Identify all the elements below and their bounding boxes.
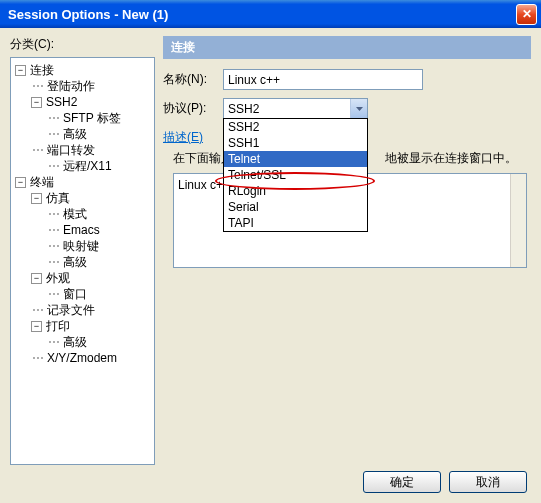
tree-item-label: 终端 <box>30 174 54 190</box>
tree-item-label: SFTP 标签 <box>63 110 121 126</box>
tree-item[interactable]: ⋯记录文件 <box>15 302 150 318</box>
tree-item-label: 记录文件 <box>47 302 95 318</box>
tree-item[interactable]: ⋯高级 <box>15 254 150 270</box>
tree-item[interactable]: −连接 <box>15 62 150 78</box>
description-label[interactable]: 描述(E) <box>163 129 203 146</box>
tree-item-label: 窗口 <box>63 286 87 302</box>
tree-item-label: 打印 <box>46 318 70 334</box>
tree-item-label: 外观 <box>46 270 70 286</box>
close-button[interactable]: ✕ <box>516 4 537 25</box>
tree-leaf-icon: ⋯ <box>47 222 61 238</box>
tree-toggle-icon[interactable]: − <box>31 193 42 204</box>
tree-toggle-icon[interactable]: − <box>15 177 26 188</box>
tree-item[interactable]: ⋯SFTP 标签 <box>15 110 150 126</box>
name-label: 名称(N): <box>163 71 223 88</box>
tree-item[interactable]: −仿真 <box>15 190 150 206</box>
close-icon: ✕ <box>522 7 532 21</box>
tree-leaf-icon: ⋯ <box>31 78 45 94</box>
tree-toggle-icon[interactable]: − <box>31 97 42 108</box>
tree-item[interactable]: −终端 <box>15 174 150 190</box>
protocol-option[interactable]: Telnet/SSL <box>224 167 367 183</box>
protocol-label: 协议(P): <box>163 100 223 117</box>
footer: 确定 取消 <box>0 465 541 499</box>
tree-item[interactable]: −SSH2 <box>15 94 150 110</box>
tree-leaf-icon: ⋯ <box>47 238 61 254</box>
protocol-dropdown-list[interactable]: SSH2SSH1TelnetTelnet/SSLRLoginSerialTAPI <box>223 118 368 232</box>
tree-item[interactable]: ⋯X/Y/Zmodem <box>15 350 150 366</box>
tree-item-label: X/Y/Zmodem <box>47 350 117 366</box>
content-area: 分类(C): −连接⋯登陆动作−SSH2⋯SFTP 标签⋯高级⋯端口转发⋯远程/… <box>0 28 541 465</box>
protocol-option[interactable]: SSH2 <box>224 119 367 135</box>
tree-leaf-icon: ⋯ <box>47 110 61 126</box>
tree-item-label: 映射键 <box>63 238 99 254</box>
category-tree[interactable]: −连接⋯登陆动作−SSH2⋯SFTP 标签⋯高级⋯端口转发⋯远程/X11−终端−… <box>10 57 155 465</box>
tree-toggle-icon[interactable]: − <box>31 321 42 332</box>
ok-button[interactable]: 确定 <box>363 471 441 493</box>
protocol-row: 协议(P): SSH2 SSH2SSH1TelnetTelnet/SSLRLog… <box>163 98 531 119</box>
tree-toggle-icon[interactable]: − <box>15 65 26 76</box>
tree-item[interactable]: ⋯映射键 <box>15 238 150 254</box>
tree-leaf-icon: ⋯ <box>31 302 45 318</box>
cancel-button[interactable]: 取消 <box>449 471 527 493</box>
svg-marker-0 <box>356 107 363 111</box>
tree-item-label: 连接 <box>30 62 54 78</box>
section-header: 连接 <box>163 36 531 59</box>
protocol-option[interactable]: RLogin <box>224 183 367 199</box>
titlebar: Session Options - New (1) ✕ <box>0 0 541 28</box>
category-label: 分类(C): <box>10 36 155 53</box>
tree-item-label: 登陆动作 <box>47 78 95 94</box>
tree-leaf-icon: ⋯ <box>47 334 61 350</box>
tree-item[interactable]: −外观 <box>15 270 150 286</box>
tree-leaf-icon: ⋯ <box>31 350 45 366</box>
tree-item[interactable]: ⋯端口转发 <box>15 142 150 158</box>
tree-item[interactable]: ⋯Emacs <box>15 222 150 238</box>
tree-item[interactable]: ⋯高级 <box>15 126 150 142</box>
tree-item-label: 仿真 <box>46 190 70 206</box>
protocol-combo[interactable]: SSH2 SSH2SSH1TelnetTelnet/SSLRLoginSeria… <box>223 98 368 119</box>
tree-leaf-icon: ⋯ <box>31 142 45 158</box>
protocol-option[interactable]: Telnet <box>224 151 367 167</box>
tree-leaf-icon: ⋯ <box>47 126 61 142</box>
tree-leaf-icon: ⋯ <box>47 286 61 302</box>
tree-item-label: 高级 <box>63 334 87 350</box>
tree-item[interactable]: ⋯高级 <box>15 334 150 350</box>
tree-item-label: 高级 <box>63 126 87 142</box>
tree-leaf-icon: ⋯ <box>47 254 61 270</box>
tree-item-label: 端口转发 <box>47 142 95 158</box>
name-input[interactable] <box>223 69 423 90</box>
tree-item[interactable]: −打印 <box>15 318 150 334</box>
tree-item[interactable]: ⋯窗口 <box>15 286 150 302</box>
sidebar: 分类(C): −连接⋯登陆动作−SSH2⋯SFTP 标签⋯高级⋯端口转发⋯远程/… <box>10 36 155 465</box>
dropdown-arrow-icon[interactable] <box>350 99 367 118</box>
tree-item[interactable]: ⋯远程/X11 <box>15 158 150 174</box>
tree-item-label: Emacs <box>63 222 100 238</box>
name-row: 名称(N): <box>163 69 531 90</box>
textarea-scrollbar[interactable] <box>510 174 526 267</box>
main-panel: 连接 名称(N): 协议(P): SSH2 SSH2SSH1TelnetTeln… <box>163 36 531 465</box>
tree-item-label: 高级 <box>63 254 87 270</box>
tree-item-label: 远程/X11 <box>63 158 112 174</box>
protocol-selected: SSH2 <box>224 102 350 116</box>
tree-item-label: 模式 <box>63 206 87 222</box>
protocol-option[interactable]: TAPI <box>224 215 367 231</box>
tree-item[interactable]: ⋯登陆动作 <box>15 78 150 94</box>
tree-item[interactable]: ⋯模式 <box>15 206 150 222</box>
protocol-display[interactable]: SSH2 <box>223 98 368 119</box>
tree-toggle-icon[interactable]: − <box>31 273 42 284</box>
window-title: Session Options - New (1) <box>8 7 516 22</box>
tree-leaf-icon: ⋯ <box>47 206 61 222</box>
tree-leaf-icon: ⋯ <box>47 158 61 174</box>
protocol-option[interactable]: Serial <box>224 199 367 215</box>
tree-item-label: SSH2 <box>46 94 77 110</box>
protocol-option[interactable]: SSH1 <box>224 135 367 151</box>
